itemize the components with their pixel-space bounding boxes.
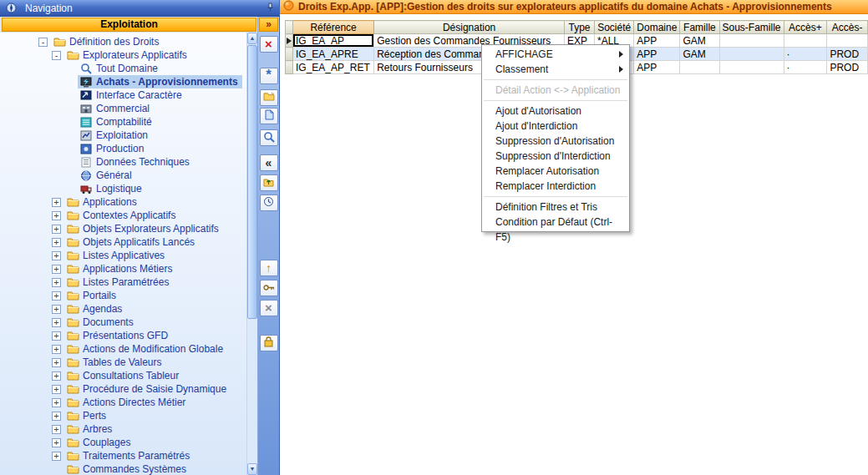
tree-item-actions-directes-m-tier[interactable]: +Actions Directes Métier [0, 396, 246, 409]
remove-button[interactable]: × [260, 300, 278, 316]
menu-item-affichage[interactable]: AFFICHAGE [482, 47, 629, 62]
tree-expander-plus-icon[interactable]: + [52, 452, 61, 461]
cell-famille[interactable]: GAM [680, 48, 719, 61]
tree-item-objets-applicatifs-lanc-s[interactable]: +Objets Applicatifs Lancés [0, 235, 246, 249]
tree-expander-plus-icon[interactable]: + [52, 318, 61, 327]
menu-item-condition-par-d-faut-ctrl-f5[interactable]: Condition par Défaut (Ctrl-F5) [482, 215, 629, 230]
menu-item-d-finition-filtres-et-tris[interactable]: Définition Filtres et Tris [482, 200, 629, 215]
cell-r-f-rence[interactable]: IG_EA_AP [293, 34, 374, 48]
cell-domaine[interactable]: APP [634, 34, 680, 48]
tree-expander-plus-icon[interactable]: + [52, 211, 61, 220]
scrollbar-down-button[interactable]: ▼ [247, 463, 257, 475]
tree-expander-plus-icon[interactable]: + [52, 331, 61, 341]
tree-expander-plus-icon[interactable]: + [52, 438, 61, 447]
tree-expander-minus-icon[interactable]: - [52, 51, 61, 60]
cell-acc-s[interactable]: PROD [827, 48, 868, 61]
tree-item-tables-de-valeurs[interactable]: +Tables de Valeurs [0, 356, 246, 369]
row-selector[interactable] [286, 48, 293, 61]
tree-item-traitements-param-tr-s[interactable]: +Traitements Paramétrés [0, 449, 246, 462]
tree-item-objets-explorateurs-applicatifs[interactable]: +Objets Explorateurs Applicatifs [0, 222, 246, 235]
menu-item-suppression-d-autorisation[interactable]: Suppression d'Autorisation [482, 134, 629, 149]
column-header-d-signation[interactable]: Désignation [374, 21, 565, 34]
tree-expander-plus-icon[interactable]: + [52, 305, 61, 314]
column-header-domaine[interactable]: Domaine [634, 21, 680, 34]
tree-item-exploitation[interactable]: Exploitation [0, 129, 246, 142]
menu-item-suppression-d-interdiction[interactable]: Suppression d'Interdiction [482, 149, 629, 164]
tree-expander-plus-icon[interactable]: + [52, 398, 61, 407]
column-header-soci-t[interactable]: Société [595, 21, 634, 34]
pin-icon[interactable] [266, 3, 275, 14]
tree-item-tout-domaine[interactable]: Tout Domaine [0, 62, 246, 75]
menu-item-remplacer-autorisation[interactable]: Remplacer Autorisation [482, 164, 629, 179]
tree-item-arbres[interactable]: +Arbres [0, 422, 246, 436]
move-up-button[interactable]: ↑ [260, 260, 278, 276]
tree-item-proc-dure-de-saisie-dynamique[interactable]: +Procédure de Saisie Dynamique [0, 382, 246, 396]
collapse-tree-button[interactable]: « [260, 154, 278, 171]
tree-item-interface-caract-re[interactable]: Interface Caractère [0, 88, 246, 102]
document-button[interactable] [260, 108, 278, 124]
column-header-acc-s[interactable]: Accès- [827, 21, 868, 34]
column-header-type[interactable]: Type [564, 21, 594, 34]
tree-item-couplages[interactable]: +Couplages [0, 436, 246, 449]
tree-item-g-n-ral[interactable]: Général [0, 169, 246, 182]
tree-expander-plus-icon[interactable]: + [52, 371, 61, 381]
tree-expander-plus-icon[interactable]: + [52, 278, 61, 287]
cell-sous-famille[interactable] [719, 34, 784, 48]
tree-expander-plus-icon[interactable]: + [52, 345, 61, 354]
tree-expander-plus-icon[interactable]: + [52, 358, 61, 367]
tree-item-explorateurs-applicatifs[interactable]: -Explorateurs Applicatifs [0, 48, 246, 62]
tree-item-documents[interactable]: +Documents [0, 316, 246, 329]
menu-item-ajout-d-interdiction[interactable]: Ajout d'Interdiction [482, 119, 629, 134]
tree-item-d-finition-des-droits[interactable]: -Définition des Droits [0, 35, 246, 48]
tree-expander-plus-icon[interactable]: + [52, 225, 61, 234]
tree-expander-minus-icon[interactable]: - [38, 38, 48, 47]
cell-r-f-rence[interactable]: IG_EA_AP_RET [293, 61, 374, 74]
new-folder-button[interactable] [260, 89, 278, 106]
tree-expander-plus-icon[interactable]: + [52, 265, 61, 274]
column-header-sous-famille[interactable]: Sous-Famille [719, 21, 784, 34]
tree-item-contextes-applicatifs[interactable]: +Contextes Applicatifs [0, 209, 246, 222]
cell-acc-s[interactable]: PROD [827, 61, 868, 74]
tree-item-consultations-tableur[interactable]: +Consultations Tableur [0, 369, 246, 382]
cell-acc-s[interactable] [784, 34, 827, 48]
history-button[interactable] [260, 195, 278, 211]
search-button[interactable] [260, 129, 278, 146]
tree-item-donn-es-techniques[interactable]: Données Techniques [0, 155, 246, 169]
column-header-famille[interactable]: Famille [680, 21, 719, 34]
key-button[interactable] [260, 280, 278, 296]
tree-item-production[interactable]: Production [0, 142, 246, 155]
tree-item-commandes-syst-mes[interactable]: Commandes Systèmes [0, 462, 246, 475]
tree-expander-plus-icon[interactable]: + [52, 385, 61, 394]
tree-item-applications[interactable]: +Applications [0, 195, 246, 209]
cell-acc-s[interactable]: · [784, 48, 827, 61]
tree-expander-plus-icon[interactable]: + [52, 425, 61, 434]
tree-expander-plus-icon[interactable]: + [52, 291, 61, 301]
column-header-r-f-rence[interactable]: Référence [293, 21, 374, 34]
cell-domaine[interactable]: APP [634, 48, 680, 61]
tree-item-pr-sentations-gfd[interactable]: +Présentations GFD [0, 329, 246, 342]
tree-expander-plus-icon[interactable]: + [52, 412, 61, 421]
tree-item-listes-applicatives[interactable]: +Listes Applicatives [0, 249, 246, 262]
column-header-acc-s[interactable]: Accès+ [784, 21, 827, 34]
cell-acc-s[interactable] [827, 34, 868, 48]
menu-item-ajout-d-autorisation[interactable]: Ajout d'Autorisation [482, 104, 629, 119]
cell-r-f-rence[interactable]: IG_EA_APRE [293, 48, 374, 61]
tree-expander-plus-icon[interactable]: + [52, 251, 61, 260]
cell-domaine[interactable]: APP [634, 61, 680, 74]
lock-button[interactable] [260, 335, 278, 351]
close-button[interactable]: × [260, 36, 278, 53]
tree-item-commercial[interactable]: Commercial [0, 102, 246, 115]
tree-item-agendas[interactable]: +Agendas [0, 302, 246, 316]
row-selector[interactable] [286, 61, 293, 74]
tree-item-perts[interactable]: +Perts [0, 409, 246, 422]
tree-item-portails[interactable]: +Portails [0, 289, 246, 302]
cell-sous-famille[interactable] [719, 61, 784, 74]
expand-panel-button[interactable]: » [259, 18, 278, 32]
menu-item-remplacer-interdiction[interactable]: Remplacer Interdiction [482, 179, 629, 194]
tree-item-applications-m-tiers[interactable]: +Applications Métiers [0, 262, 246, 275]
cell-sous-famille[interactable] [719, 48, 784, 61]
cell-famille[interactable] [680, 61, 719, 74]
cell-acc-s[interactable]: · [784, 61, 827, 74]
tree-expander-plus-icon[interactable]: + [52, 198, 61, 207]
tree-scrollbar[interactable]: ▲ ▼ [246, 33, 257, 475]
